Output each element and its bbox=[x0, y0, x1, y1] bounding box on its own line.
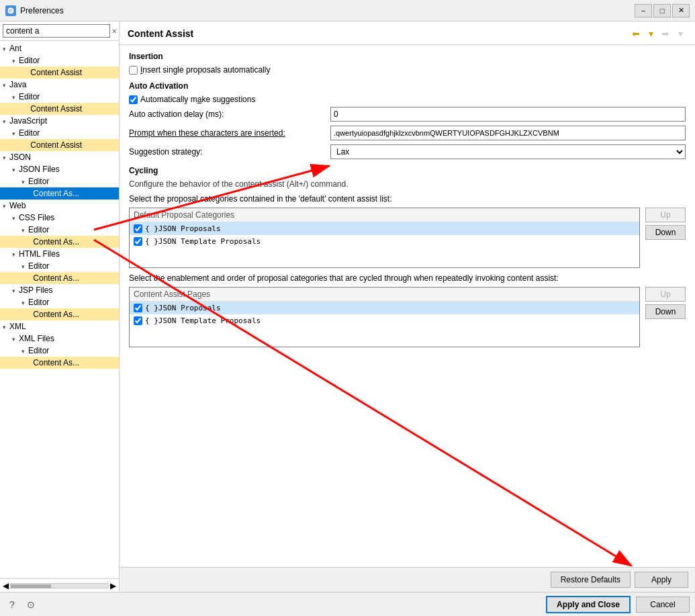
delay-label: Auto activation delay (ms): bbox=[129, 109, 330, 119]
tree-item-json-files[interactable]: ▾JSON Files bbox=[0, 163, 119, 175]
forward-icon[interactable]: ➡ bbox=[659, 27, 672, 40]
delay-input[interactable] bbox=[330, 107, 686, 122]
info-icon[interactable]: ⊙ bbox=[24, 598, 38, 611]
tree-item-json-files-editor[interactable]: ▾Editor bbox=[0, 175, 119, 187]
default-proposal-container: Default Proposal Categories { }JSON Prop… bbox=[129, 208, 686, 268]
tree-item-html-files[interactable]: ▾HTML Files bbox=[0, 248, 119, 260]
strategy-row: Suggestion strategy: Lax Strict bbox=[129, 144, 686, 159]
arrow-xml: ▾ bbox=[3, 324, 9, 331]
tree-item-ant[interactable]: ▾Ant bbox=[0, 42, 119, 54]
search-clear-button[interactable]: ✕ bbox=[111, 26, 117, 36]
strategy-select[interactable]: Lax Strict bbox=[330, 144, 686, 159]
default-proposal-list-box: Default Proposal Categories { }JSON Prop… bbox=[129, 208, 640, 268]
tree-item-javascript[interactable]: ▾JavaScript bbox=[0, 115, 119, 127]
restore-defaults-button[interactable]: Restore Defaults bbox=[551, 572, 631, 588]
tree-item-html-editor[interactable]: ▾Editor bbox=[0, 260, 119, 272]
indent-js-content bbox=[21, 140, 30, 150]
cycling-select-desc: Select the enablement and order of propo… bbox=[129, 273, 686, 283]
scroll-right-icon[interactable]: ▶ bbox=[110, 581, 116, 590]
arrow-js-editor: ▾ bbox=[12, 130, 19, 137]
arrow-web: ▾ bbox=[3, 203, 9, 210]
prompt-row: Prompt when these characters are inserte… bbox=[129, 126, 686, 140]
tree-item-ant-content-assist[interactable]: Content Assist bbox=[0, 67, 119, 79]
tree-item-html-content-assist[interactable]: Content As... bbox=[0, 272, 119, 284]
back-icon[interactable]: ⬅ bbox=[629, 27, 643, 40]
bottom-bar: Restore Defaults Apply bbox=[120, 567, 695, 592]
cycling-item1-checkbox[interactable] bbox=[134, 304, 142, 312]
default-item1-checkbox[interactable] bbox=[134, 224, 142, 233]
default-item2-checkbox[interactable] bbox=[134, 237, 142, 246]
help-icon[interactable]: ? bbox=[5, 598, 19, 611]
scrollbar-thumb[interactable] bbox=[11, 584, 51, 588]
indent-css-content bbox=[31, 237, 33, 247]
panel-title: Content Assist bbox=[128, 28, 193, 39]
panel-header: Content Assist ⬅ ▾ ➡ ▾ bbox=[120, 21, 695, 45]
auto-activation-label: Auto Activation bbox=[129, 81, 686, 91]
default-up-button[interactable]: Up bbox=[645, 208, 686, 222]
default-proposal-title: Default Proposal Categories bbox=[130, 208, 639, 222]
arrow-json: ▾ bbox=[3, 155, 9, 161]
cycling-item1-label: { }JSON Proposals bbox=[145, 304, 221, 312]
tree-item-css-files[interactable]: ▾CSS Files bbox=[0, 212, 119, 224]
tree-item-json-content-assist[interactable]: Content As... bbox=[0, 187, 119, 200]
tree-item-xml[interactable]: ▾XML bbox=[0, 320, 119, 333]
indent-ant-content bbox=[21, 68, 30, 77]
proposal-select-desc: Select the proposal categories contained… bbox=[129, 194, 686, 204]
cycling-section-label: Cycling bbox=[129, 166, 686, 175]
footer: ? ⊙ Apply and Close Cancel bbox=[0, 592, 695, 616]
arrow-html-files: ▾ bbox=[12, 251, 19, 258]
default-down-button[interactable]: Down bbox=[645, 225, 686, 240]
prompt-input[interactable] bbox=[330, 126, 686, 140]
tree-item-java-content-assist[interactable]: Content Assist bbox=[0, 103, 119, 115]
tree-item-java-editor[interactable]: ▾Editor bbox=[0, 91, 119, 103]
auto-make-checkbox[interactable] bbox=[129, 95, 138, 104]
forward-dropdown-icon[interactable]: ▾ bbox=[674, 27, 687, 40]
tree-item-css-content-assist[interactable]: Content As... bbox=[0, 236, 119, 248]
tree-item-java[interactable]: ▾Java bbox=[0, 79, 119, 91]
cycling-up-button[interactable]: Up bbox=[645, 287, 686, 302]
default-proposal-item-2[interactable]: { }JSON Template Proposals bbox=[130, 235, 639, 248]
cycling-proposal-item-1[interactable]: { }JSON Proposals bbox=[130, 302, 639, 314]
titlebar: P Preferences − □ ✕ bbox=[0, 0, 695, 21]
cycling-proposal-item-2[interactable]: { }JSON Template Proposals bbox=[130, 314, 639, 327]
apply-close-button[interactable]: Apply and Close bbox=[546, 596, 631, 613]
tree-item-json[interactable]: ▾JSON bbox=[0, 151, 119, 163]
cycling-proposal-list-box: Content Assist Pages { }JSON Proposals {… bbox=[129, 287, 640, 347]
indent-java-content bbox=[21, 104, 30, 114]
tree-item-js-content-assist[interactable]: Content Assist bbox=[0, 139, 119, 151]
default-proposal-item-1[interactable]: { }JSON Proposals bbox=[130, 222, 639, 235]
cancel-button[interactable]: Cancel bbox=[636, 597, 690, 613]
insert-single-checkbox[interactable] bbox=[129, 66, 138, 75]
tree-item-js-editor[interactable]: ▾Editor bbox=[0, 127, 119, 139]
cycling-item2-label: { }JSON Template Proposals bbox=[145, 316, 261, 325]
tree-item-jsp-files[interactable]: ▾JSP Files bbox=[0, 284, 119, 296]
tree-item-jsp-content-assist[interactable]: Content As... bbox=[0, 308, 119, 320]
tree-area: ▾Ant ▾Editor Content Assist ▾Java ▾Edito… bbox=[0, 41, 119, 578]
tree-item-web[interactable]: ▾Web bbox=[0, 200, 119, 212]
left-panel: ✕ ▾Ant ▾Editor Content Assist bbox=[0, 21, 120, 592]
scrollbar-track[interactable] bbox=[10, 583, 109, 588]
minimize-button[interactable]: − bbox=[635, 4, 652, 17]
tree-item-css-editor[interactable]: ▾Editor bbox=[0, 224, 119, 236]
tree-item-xml-files[interactable]: ▾XML Files bbox=[0, 333, 119, 345]
tree-item-xml-editor[interactable]: ▾Editor bbox=[0, 345, 119, 357]
auto-make-label: Automatically make suggestions bbox=[140, 95, 255, 104]
search-input[interactable] bbox=[3, 24, 110, 38]
tree-item-jsp-editor[interactable]: ▾Editor bbox=[0, 296, 119, 308]
close-button[interactable]: ✕ bbox=[672, 4, 690, 17]
tree-item-xml-content-assist[interactable]: Content As... bbox=[0, 357, 119, 369]
prompt-label: Prompt when these characters are inserte… bbox=[129, 128, 330, 138]
arrow-java-editor: ▾ bbox=[12, 94, 19, 101]
back-dropdown-icon[interactable]: ▾ bbox=[644, 27, 657, 40]
apply-button[interactable]: Apply bbox=[635, 572, 688, 588]
indent-json-content bbox=[31, 189, 33, 198]
scroll-left-icon[interactable]: ◀ bbox=[3, 581, 9, 590]
indent-html-content bbox=[31, 273, 33, 283]
cycling-down-button[interactable]: Down bbox=[645, 304, 686, 319]
arrow-json-files: ▾ bbox=[12, 167, 19, 173]
arrow-xml-files: ▾ bbox=[12, 336, 19, 343]
cycling-item2-checkbox[interactable] bbox=[134, 316, 142, 325]
default-proposal-section: Select the proposal categories contained… bbox=[129, 194, 686, 268]
maximize-button[interactable]: □ bbox=[653, 4, 671, 17]
tree-item-ant-editor[interactable]: ▾Editor bbox=[0, 54, 119, 67]
